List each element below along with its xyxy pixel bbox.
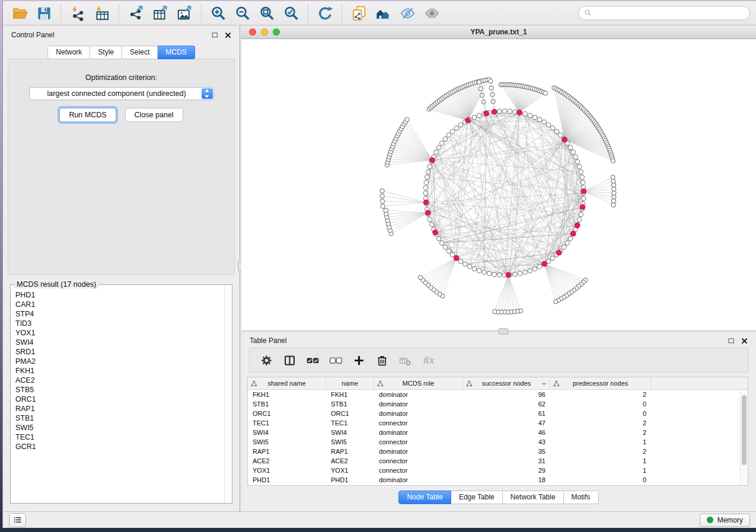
tab-network-table[interactable]: Network Table <box>503 491 564 504</box>
mcds-result-item[interactable]: TEC1 <box>15 432 224 442</box>
show-panels-button[interactable] <box>9 513 26 527</box>
search-box[interactable] <box>578 6 750 20</box>
cell-predecessor_nodes: 2 <box>550 448 651 455</box>
table-settings-button[interactable] <box>255 350 278 370</box>
zoom-selected-button[interactable] <box>279 3 304 23</box>
table-row-RAP1[interactable]: RAP1RAP1dominator352 <box>248 447 748 456</box>
close-panel-button[interactable]: Close panel <box>125 108 183 122</box>
table-row-FKH1[interactable]: FKH1FKH1dominator962 <box>248 390 748 399</box>
table-row-SWI4[interactable]: SWI4SWI4dominator462 <box>248 428 748 437</box>
tab-style[interactable]: Style <box>90 46 122 59</box>
close-panel-icon[interactable] <box>740 336 748 345</box>
splitter-handle[interactable] <box>499 328 508 335</box>
function-builder-button: f(x) <box>417 350 440 370</box>
deselect-all-rows-button[interactable] <box>324 350 347 370</box>
mcds-result-item[interactable]: TID3 <box>15 319 224 328</box>
table-row-TEC1[interactable]: TEC1TEC1connector472 <box>248 418 748 428</box>
mcds-result-item[interactable]: ORC1 <box>15 395 224 404</box>
column-chooser-button[interactable] <box>278 350 301 370</box>
cell-name: PHD1 <box>326 476 374 483</box>
memory-button[interactable]: Memory <box>700 514 750 527</box>
export-network-button[interactable] <box>124 3 148 23</box>
run-mcds-button[interactable]: Run MCDS <box>59 108 116 122</box>
minimize-window-icon[interactable] <box>261 28 268 36</box>
control-panel-tabs: NetworkStyleSelectMCDS <box>3 46 240 59</box>
mcds-result-item[interactable]: SWI5 <box>15 423 224 432</box>
mcds-result-item[interactable]: SWI4 <box>15 338 224 347</box>
mcds-result-item[interactable]: CAR1 <box>15 300 224 309</box>
column-header-predecessor-nodes[interactable]: predecessor nodes <box>550 377 651 389</box>
import-table-icon <box>94 5 110 21</box>
mcds-result-item[interactable]: STB1 <box>15 414 224 423</box>
mcds-result-item[interactable]: ACE2 <box>15 376 224 385</box>
network-graph[interactable] <box>241 39 756 331</box>
tab-edge-table[interactable]: Edge Table <box>451 491 503 504</box>
mcds-result-item[interactable]: STP4 <box>15 309 224 319</box>
mcds-result-item[interactable]: PMA2 <box>15 357 224 366</box>
import-table-button[interactable] <box>90 3 114 23</box>
table-header-row: shared namenameMCDS rolesuccessor nodesp… <box>248 377 748 390</box>
mcds-result-item[interactable]: GCR1 <box>15 442 224 451</box>
float-panel-icon[interactable] <box>210 31 219 39</box>
desktop-background: Control Panel NetworkStyleSelectMCDS Opt… <box>0 0 756 532</box>
close-window-icon[interactable] <box>249 28 256 36</box>
cell-mcds_role: dominator <box>374 476 463 483</box>
search-input[interactable] <box>595 8 744 18</box>
delete-column-button[interactable] <box>371 350 394 370</box>
select-all-rows-button[interactable] <box>301 350 324 370</box>
float-panel-icon[interactable] <box>727 336 735 345</box>
column-label: predecessor nodes <box>573 380 629 387</box>
clone-network-button[interactable] <box>347 3 371 23</box>
tab-motifs[interactable]: Motifs <box>564 491 599 504</box>
table-scrollbar-track[interactable] <box>740 390 748 485</box>
tab-node-table[interactable]: Node Table <box>398 491 451 504</box>
network-canvas[interactable] <box>241 39 756 331</box>
column-header-name[interactable]: name <box>326 377 374 389</box>
column-header-shared-name[interactable]: shared name <box>248 377 326 389</box>
horizontal-splitter[interactable] <box>241 331 756 333</box>
mcds-result-item[interactable]: SRD1 <box>15 347 224 357</box>
zoom-fit-button[interactable] <box>255 3 279 23</box>
check-pair-icon <box>307 354 319 367</box>
tab-mcds[interactable]: MCDS <box>158 46 194 59</box>
tab-select[interactable]: Select <box>122 46 158 59</box>
mcds-result-item[interactable]: FKH1 <box>15 366 224 376</box>
mcds-result-item[interactable]: RAP1 <box>15 404 224 414</box>
zoom-in-button[interactable] <box>206 3 231 23</box>
table-row-YOX1[interactable]: YOX1YOX1connector291 <box>248 466 748 475</box>
table-row-PHD1[interactable]: PHD1PHD1dominator180 <box>248 475 748 485</box>
mcds-result-item[interactable]: PHD1 <box>15 290 224 300</box>
hide-selected-button[interactable] <box>395 3 420 23</box>
import-network-button[interactable] <box>66 3 90 23</box>
table-row-ACE2[interactable]: ACE2ACE2connector311 <box>248 456 748 466</box>
table-row-SWI5[interactable]: SWI5SWI5connector431 <box>248 437 748 447</box>
save-session-button[interactable] <box>32 3 56 23</box>
cell-mcds_role: connector <box>374 457 463 464</box>
column-header-MCDS-role[interactable]: MCDS role <box>374 377 463 389</box>
mcds-result-item[interactable]: STB5 <box>15 385 224 395</box>
cell-predecessor_nodes: 1 <box>550 438 651 446</box>
table-row-ORC1[interactable]: ORC1ORC1dominator610 <box>248 409 748 418</box>
table-row-STB1[interactable]: STB1STB1dominator620 <box>248 399 748 409</box>
optimization-criterion-select[interactable]: largest connected component (undirected) <box>29 87 214 100</box>
table-scrollbar-thumb[interactable] <box>742 395 747 465</box>
refresh-button[interactable] <box>313 3 337 23</box>
add-column-button[interactable] <box>347 350 371 370</box>
cell-successor_nodes: 43 <box>463 438 550 446</box>
result-scrollbar-track[interactable] <box>224 286 231 502</box>
cell-predecessor_nodes: 1 <box>550 457 651 464</box>
export-image-button[interactable] <box>173 3 197 23</box>
column-label: successor nodes <box>482 380 531 387</box>
first-neighbors-button[interactable] <box>371 3 395 23</box>
show-all-button[interactable] <box>420 3 444 23</box>
column-header-successor-nodes[interactable]: successor nodes <box>463 377 550 389</box>
tab-network[interactable]: Network <box>47 46 90 59</box>
export-table-button[interactable] <box>148 3 173 23</box>
cell-shared_name: RAP1 <box>248 448 326 455</box>
close-panel-icon[interactable] <box>224 31 232 39</box>
uncheck-pair-icon <box>330 354 342 367</box>
mcds-result-item[interactable]: YOX1 <box>15 328 224 338</box>
open-file-button[interactable] <box>8 3 32 23</box>
zoom-window-icon[interactable] <box>273 28 280 36</box>
zoom-out-button[interactable] <box>231 3 255 23</box>
